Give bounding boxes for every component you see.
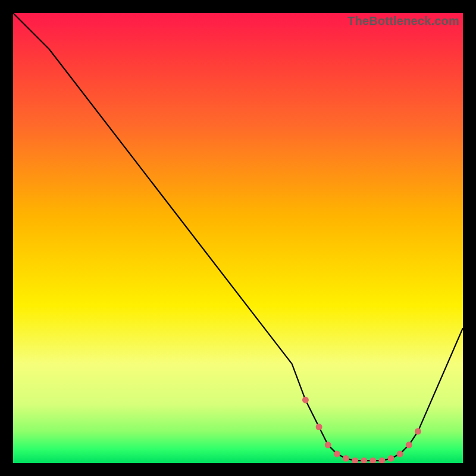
curve-marker (378, 458, 385, 463)
curve-marker (415, 428, 421, 435)
chart-svg (13, 13, 463, 463)
curve-marker (334, 450, 340, 457)
curve-marker (361, 458, 367, 463)
curve-marker (388, 455, 394, 462)
curve-marker (316, 424, 322, 430)
bottleneck-curve-line (13, 13, 463, 461)
curve-marker-group (302, 397, 421, 463)
curve-line-group (13, 13, 463, 461)
curve-marker (397, 450, 403, 457)
curve-marker (352, 458, 358, 463)
curve-marker (369, 458, 376, 463)
curve-marker (343, 455, 349, 462)
curve-marker (302, 397, 309, 403)
chart-plot-area: TheBottleneck.com (13, 13, 463, 463)
chart-stage: TheBottleneck.com (0, 0, 476, 476)
curve-marker (325, 441, 331, 448)
curve-marker (406, 441, 412, 448)
